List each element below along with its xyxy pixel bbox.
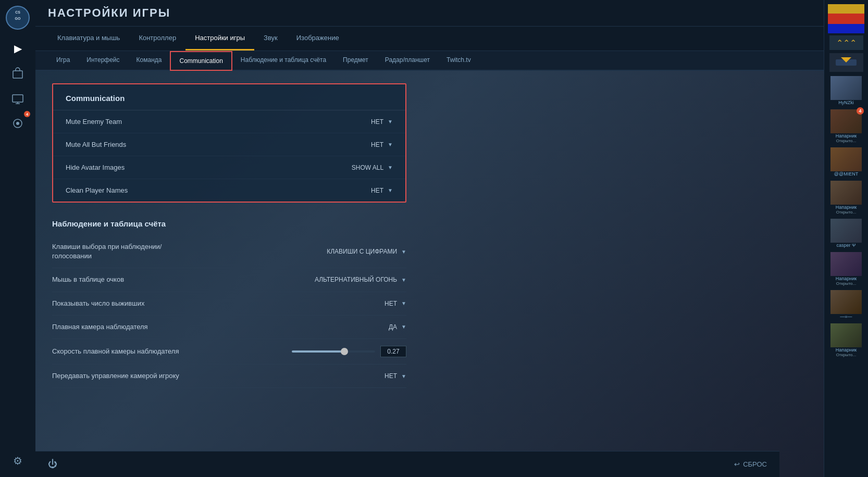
subtab-twitch[interactable]: Twitch.tv: [438, 51, 479, 70]
clean-player-names-label: Clean Player Names: [66, 186, 128, 194]
communication-title: Communication: [53, 84, 405, 110]
subtab-item[interactable]: Предмет: [334, 51, 377, 70]
friend-partner-1-status: Открыто...: [836, 139, 856, 143]
keys-selection-dropdown[interactable]: КЛАВИШИ С ЦИФРАМИ ▼: [302, 248, 406, 255]
setting-mute-enemy-team: Mute Enemy Team НЕТ ▼: [53, 110, 405, 133]
setting-camera-speed: Скорость плавной камеры наблюдателя 0.27: [52, 339, 406, 365]
show-survivors-label: Показывать число выживших: [52, 299, 144, 308]
mute-all-but-friends-chevron: ▼: [388, 142, 393, 147]
camera-speed-slider-thumb[interactable]: [341, 348, 348, 355]
rank-chevrons-icon: ⌃⌃⌃: [836, 38, 857, 48]
power-button[interactable]: ⏻: [48, 459, 57, 470]
camera-speed-slider-track[interactable]: [292, 350, 375, 353]
keys-selection-label: Клавиши выбора при наблюдении/голосовани…: [52, 242, 162, 261]
setting-clean-player-names: Clean Player Names НЕТ ▼: [53, 179, 405, 202]
mute-enemy-team-chevron: ▼: [388, 119, 393, 124]
setting-transfer-control: Передавать управление камерой игроку НЕТ…: [52, 365, 406, 388]
transfer-control-value: НЕТ: [385, 372, 397, 380]
reset-button[interactable]: ↩ СБРОС: [734, 460, 767, 468]
rank-icon-secondary: [829, 53, 863, 72]
friend-partner-3-name: Напарник: [836, 276, 857, 281]
subtab-communication[interactable]: Communication: [170, 51, 232, 71]
friend-partner-3[interactable]: Напарник Открыто...: [828, 252, 864, 286]
clean-player-names-dropdown[interactable]: НЕТ ▼: [330, 187, 393, 194]
camera-speed-slider-container: 0.27: [292, 346, 406, 357]
setting-mute-all-but-friends: Mute All But Friends НЕТ ▼: [53, 133, 405, 156]
friend-partner-3-status: Открыто...: [836, 281, 856, 286]
tab-image[interactable]: Изображение: [287, 27, 349, 51]
mute-enemy-team-dropdown[interactable]: НЕТ ▼: [330, 118, 393, 125]
show-survivors-chevron: ▼: [401, 300, 406, 306]
keys-selection-value: КЛАВИШИ С ЦИФРАМИ: [327, 248, 397, 255]
reset-icon: ↩: [734, 460, 740, 468]
tab-keyboard[interactable]: Клавиатура и мышь: [48, 27, 129, 51]
mute-all-but-friends-label: Mute All But Friends: [66, 141, 126, 148]
tab-sound[interactable]: Звук: [254, 27, 287, 51]
smooth-camera-dropdown[interactable]: ДА ▼: [302, 323, 406, 331]
setting-keys-selection: Клавиши выбора при наблюдении/голосовани…: [52, 235, 406, 268]
friend-casper-name: casper Ψ: [836, 243, 855, 248]
mute-all-but-friends-value: НЕТ: [371, 141, 383, 148]
hide-avatar-images-dropdown[interactable]: SHOW ALL ▼: [330, 164, 393, 171]
camera-speed-value[interactable]: 0.27: [380, 346, 406, 357]
friend-partner-1-name: Напарник: [836, 133, 857, 139]
mute-all-but-friends-dropdown[interactable]: НЕТ ▼: [330, 141, 393, 148]
setting-mouse-scoreboard: Мышь в таблице очков АЛЬТЕРНАТИВНЫЙ ОГОН…: [52, 268, 406, 292]
sidebar-network-icon[interactable]: 4: [7, 112, 29, 134]
right-sidebar: ⌃⌃⌃ HyNZki 4 Напарник Открыто... @@MIENT: [824, 0, 868, 477]
sidebar-tv-icon[interactable]: [7, 87, 29, 109]
mouse-scoreboard-chevron: ▼: [401, 277, 406, 283]
friend-partner-2[interactable]: Напарник Открыто...: [828, 181, 864, 215]
left-sidebar: CS GO ▶ 4 ⚙: [0, 0, 35, 477]
friend-partner-3-avatar: [830, 252, 862, 276]
subtab-radar[interactable]: Радар/планшет: [377, 51, 438, 70]
transfer-control-chevron: ▼: [401, 373, 406, 379]
smooth-camera-value: ДА: [389, 323, 397, 331]
tab-game-settings[interactable]: Настройки игры: [185, 27, 254, 51]
show-survivors-dropdown[interactable]: НЕТ ▼: [302, 300, 406, 307]
keys-selection-chevron: ▼: [401, 249, 406, 255]
smooth-camera-label: Плавная камера наблюдателя: [52, 322, 148, 332]
user-avatar[interactable]: [828, 4, 864, 33]
nav-top: Клавиатура и мышь Контроллер Настройки и…: [35, 27, 824, 51]
camera-speed-slider-fill: [292, 350, 346, 353]
camera-speed-label: Скорость плавной камеры наблюдателя: [52, 347, 179, 356]
friend-partner-4-name: Напарник: [836, 347, 857, 353]
friend-partner-4-status: Открыто...: [836, 353, 856, 357]
friend-special-avatar: [830, 290, 862, 314]
friend-partner-4[interactable]: Напарник Открыто...: [828, 323, 864, 357]
friend-mient[interactable]: @@MIENT: [828, 147, 864, 177]
friend-hynzki[interactable]: HyNZki: [828, 76, 864, 105]
friend-partner-2-name: Напарник: [836, 205, 857, 210]
friend-hynzki-avatar: [830, 76, 862, 100]
mouse-scoreboard-dropdown[interactable]: АЛЬТЕРНАТИВНЫЙ ОГОНЬ ▼: [302, 276, 406, 283]
communication-section: Communication Mute Enemy Team НЕТ ▼ Mute…: [52, 83, 406, 203]
friend-partner-1-avatar: 4: [830, 109, 862, 133]
friend-partner-1[interactable]: 4 Напарник Открыто...: [828, 109, 864, 143]
friend-partner-4-avatar: [830, 323, 862, 347]
subtab-game[interactable]: Игра: [48, 51, 78, 70]
subtab-team[interactable]: Команда: [128, 51, 170, 70]
sidebar-inventory-icon[interactable]: [7, 62, 29, 84]
subtab-observation[interactable]: Наблюдение и таблица счёта: [232, 51, 334, 70]
tab-controller[interactable]: Контроллер: [129, 27, 185, 51]
csgo-logo: CS GO: [5, 5, 30, 30]
transfer-control-dropdown[interactable]: НЕТ ▼: [302, 372, 406, 380]
observation-title: Наблюдение и таблица счёта: [52, 215, 406, 235]
friend-casper[interactable]: casper Ψ: [828, 219, 864, 248]
reset-label: СБРОС: [743, 460, 767, 468]
sidebar-bottom: ⚙: [7, 450, 29, 472]
header: НАСТРОЙКИ ИГРЫ: [35, 0, 824, 27]
sidebar-settings-icon[interactable]: ⚙: [7, 450, 29, 472]
friend-partner-2-avatar: [830, 181, 862, 205]
friend-special[interactable]: —=—: [828, 290, 864, 319]
footer-bar: ⏻ ↩ СБРОС: [35, 451, 779, 477]
setting-hide-avatar-images: Hide Avatar Images SHOW ALL ▼: [53, 156, 405, 179]
friend-mient-avatar: [830, 147, 862, 171]
smooth-camera-chevron: ▼: [401, 324, 406, 330]
clean-player-names-value: НЕТ: [371, 187, 383, 194]
show-survivors-value: НЕТ: [385, 300, 397, 307]
subtab-interface[interactable]: Интерфейс: [78, 51, 128, 70]
sidebar-play-icon[interactable]: ▶: [7, 37, 29, 59]
setting-smooth-camera: Плавная камера наблюдателя ДА ▼: [52, 316, 406, 339]
